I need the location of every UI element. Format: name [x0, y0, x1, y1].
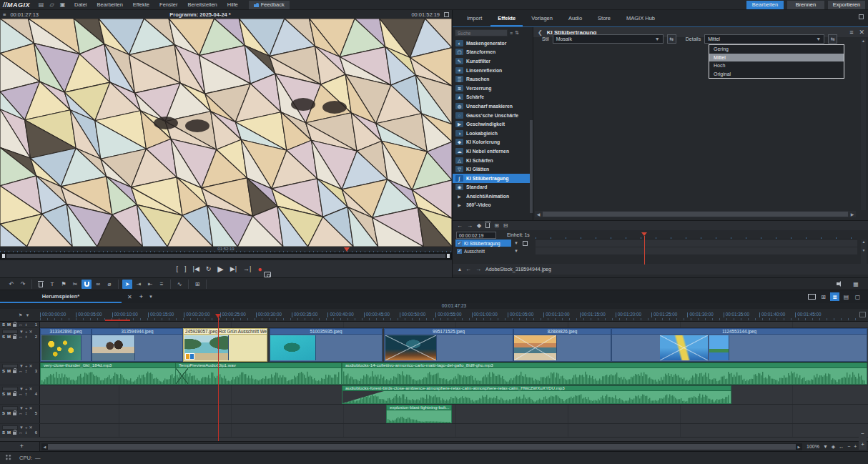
open-project-icon[interactable]: ▱ — [48, 1, 56, 9]
keyframe-playhead[interactable] — [644, 236, 645, 265]
project-tab[interactable]: Herumspielen* — [0, 291, 122, 303]
track-close-icon[interactable]: ✕ — [29, 363, 32, 368]
mute-button[interactable]: M — [7, 430, 11, 435]
dropdown-option-original[interactable]: Original — [709, 70, 844, 79]
effect-item-punch-shapes[interactable]: ▢Stanzformen — [453, 48, 533, 57]
track-name-field[interactable] — [2, 387, 18, 391]
track-zoom-in-button[interactable]: + — [859, 440, 867, 450]
lock-icon[interactable] — [13, 432, 16, 435]
delete-button[interactable] — [36, 280, 46, 289]
mouse-mode-button[interactable]: ➤ — [122, 280, 132, 289]
menu-item-bearbeiten[interactable]: Bearbeiten — [92, 0, 128, 10]
solo-button[interactable]: S — [2, 322, 5, 327]
next-object-icon[interactable]: → — [475, 266, 481, 272]
effect-item-gaussian-blur[interactable]: ◌Gauss'sche Unschärfe — [453, 111, 533, 120]
effect-item-lens-flare[interactable]: ☀Linsenreflexion — [453, 66, 533, 75]
stil-compare-button[interactable]: ⇆ — [667, 34, 676, 44]
mouse-mode-range-button[interactable]: ⇥ — [134, 280, 144, 289]
track-zoom-out-button[interactable]: − — [859, 429, 867, 439]
details-select[interactable]: Mittel ▼ — [704, 34, 824, 44]
automation-button[interactable]: ∿ — [174, 280, 184, 289]
mute-button[interactable]: M — [7, 369, 11, 373]
keyframe-paste-keyframe-button[interactable]: ⊟ — [503, 222, 508, 229]
timeline-ruler[interactable]: ⚑ ▼ 00:00:00:0000:00:05:0000:00:10:0000:… — [0, 309, 868, 322]
dropdown-option-mittel[interactable]: Mittel — [709, 54, 844, 62]
prev-object-icon[interactable]: ← — [465, 266, 471, 272]
audio-clip[interactable]: explosion-blast-lightning-bolt... — [386, 405, 452, 423]
mute-button[interactable]: M — [7, 411, 11, 415]
burn-mode-button[interactable]: Brennen — [787, 1, 824, 9]
resize-v-icon[interactable]: ↕ — [25, 335, 27, 339]
tab-store[interactable]: Store — [591, 12, 618, 26]
menu-item-hilfe[interactable]: Hilfe — [222, 0, 243, 10]
keyframe-ruler[interactable] — [536, 230, 857, 240]
audio-clip[interactable]: audioblocks-forest-birds-close-ambience-… — [342, 385, 731, 404]
timeline-playhead[interactable] — [218, 317, 219, 441]
ruler-options-icon[interactable] — [859, 312, 866, 317]
effect-item-standard[interactable]: ◉Standard — [453, 183, 533, 192]
video-clip[interactable]: 245928057.jpeg Rot Grün Ausschnitt We... — [183, 328, 267, 362]
range-start-handle[interactable] — [2, 254, 5, 258]
resize-h-icon[interactable]: ↔ — [19, 369, 23, 373]
undock-preview-icon[interactable] — [444, 12, 449, 17]
track-header-1[interactable]: SM↔↕1 — [0, 322, 40, 327]
effect-item-ai-dehaze[interactable]: ☁KI Nebel entfernen — [453, 147, 533, 156]
marker-menu-caret-icon[interactable]: ▼ — [25, 313, 29, 317]
video-clip[interactable]: 510035935.jpeg — [270, 328, 383, 362]
keyframe-prev-keyframe-button[interactable]: ← — [457, 222, 463, 229]
undock-panel-icon[interactable] — [859, 14, 864, 19]
track-name-field[interactable] — [2, 330, 18, 334]
track-header-3[interactable]: ▼+✕SM↔↕3 — [0, 362, 40, 385]
expand-arrow-icon[interactable]: ▶ — [455, 202, 463, 207]
track-content-5[interactable]: explosion-blast-lightning-bolt... — [40, 405, 868, 423]
preview-ruler[interactable]: 01:52:19 — [0, 247, 452, 252]
resize-v-icon[interactable]: ↕ — [25, 430, 27, 435]
track-header-4[interactable]: ▼+✕SM↔↕4 — [0, 385, 40, 404]
resize-v-icon[interactable]: ↕ — [25, 392, 27, 396]
video-clip[interactable]: 313342890.jpeg — [40, 328, 92, 362]
storyboard-view-button[interactable]: ⊞ — [819, 292, 828, 301]
resize-v-icon[interactable]: ↕ — [25, 369, 27, 373]
transport-play-button[interactable]: ▶ — [217, 265, 223, 274]
snap-button[interactable] — [82, 280, 92, 289]
scrub-track[interactable] — [6, 254, 445, 258]
checkbox-checked-icon[interactable]: ✓ — [457, 249, 462, 254]
track-add-icon[interactable]: + — [25, 425, 28, 430]
transport-loop-button[interactable]: ↻ — [206, 265, 212, 272]
add-track-button[interactable]: + — [0, 442, 40, 451]
track-name-field[interactable] — [2, 425, 18, 430]
keyframe-param-1[interactable]: ✓KI Stilübertragung — [455, 240, 511, 247]
track-close-icon[interactable]: ✕ — [29, 386, 32, 391]
track-content-4[interactable]: audioblocks-forest-birds-close-ambience-… — [40, 385, 868, 404]
effect-item-mask-generator[interactable]: ◐Maskengenerator — [453, 39, 533, 48]
lock-icon[interactable] — [13, 393, 16, 396]
transport-jump-start-button[interactable]: |◀ — [193, 265, 199, 272]
monitor-view-button[interactable] — [807, 292, 817, 301]
expand-arrow-icon[interactable]: ▶ — [455, 194, 463, 199]
effect-item-unsharp-mask[interactable]: ◍Unscharf maskieren — [453, 102, 533, 111]
track-header-2[interactable]: ▼+✕SM↔↕2 — [0, 328, 40, 362]
keyframe-add-keyframe-button[interactable]: ◆ — [477, 222, 481, 229]
keyframe-vscrollbar[interactable]: ▲▼ — [861, 240, 867, 264]
track-add-icon[interactable]: + — [25, 387, 28, 391]
param-caret-icon[interactable]: ▼ — [514, 241, 518, 245]
zoom-fit-icon[interactable]: ↔ — [839, 444, 844, 449]
razor-button[interactable]: ✂ — [70, 280, 80, 289]
sort-list-icon[interactable]: ≡ — [510, 31, 513, 36]
tab-vorlagen[interactable]: Vorlagen — [524, 12, 560, 26]
solo-button[interactable]: S — [2, 392, 5, 396]
detail-hscrollbar[interactable]: ◀ ▶ — [535, 211, 856, 217]
tab-audio[interactable]: Audio — [561, 12, 589, 26]
keyframe-next-keyframe-button[interactable]: → — [467, 222, 473, 229]
resize-h-icon[interactable]: ↔ — [19, 430, 23, 435]
effect-item-ai-style-transfer[interactable]: ∫KI Stilübertragung — [453, 174, 533, 183]
close-project-icon[interactable]: ✕ — [127, 294, 132, 300]
zoom-in-icon[interactable]: + — [854, 444, 857, 449]
audio-clip[interactable]: TempPreviewAudioClip1.wav — [175, 362, 342, 385]
effect-item-ai-smooth[interactable]: ▽KI Glätten — [453, 164, 533, 174]
keyframe-param-2[interactable]: ✓Ausschnitt — [455, 247, 511, 255]
group-button[interactable]: ∞ — [93, 280, 103, 289]
solo-button[interactable]: S — [2, 335, 5, 339]
video-preview[interactable] — [0, 19, 452, 247]
ungroup-button[interactable]: ⌀ — [104, 280, 114, 289]
